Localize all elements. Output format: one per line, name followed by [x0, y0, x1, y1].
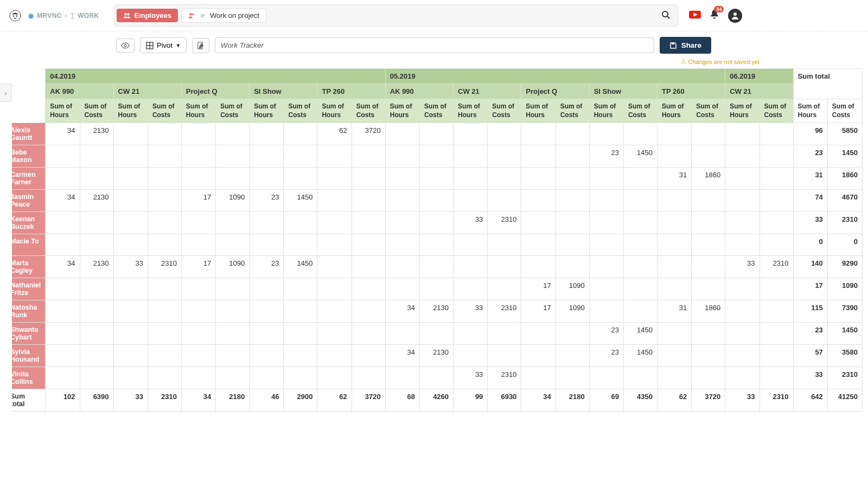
cell-costs[interactable]: [216, 367, 250, 389]
cell-hours[interactable]: [250, 367, 284, 389]
measure-header[interactable]: Sum of Costs: [760, 99, 793, 123]
cell-hours[interactable]: [113, 345, 148, 367]
cell-costs[interactable]: 2310: [488, 212, 521, 234]
cell-hours[interactable]: [317, 323, 352, 345]
cell-costs[interactable]: 2310: [148, 256, 181, 278]
visibility-toggle[interactable]: [116, 38, 135, 53]
cell-hours[interactable]: [385, 145, 419, 168]
cell-hours[interactable]: [113, 300, 148, 323]
share-button[interactable]: Share: [660, 37, 711, 54]
youtube-icon[interactable]: [689, 10, 701, 21]
cell-hours[interactable]: [521, 123, 556, 145]
cell-costs[interactable]: [352, 145, 385, 168]
cell-hours[interactable]: [657, 278, 691, 300]
cell-hours[interactable]: [317, 234, 352, 256]
cell-hours[interactable]: 17: [181, 190, 215, 212]
cell-hours[interactable]: [113, 278, 148, 300]
cell-costs[interactable]: [80, 345, 113, 367]
cell-costs[interactable]: [760, 123, 793, 145]
cell-hours[interactable]: [317, 256, 352, 278]
user-avatar[interactable]: [728, 9, 742, 23]
cell-costs[interactable]: [760, 168, 793, 190]
measure-header[interactable]: Sum of Hours: [657, 99, 691, 123]
cell-hours[interactable]: 31: [657, 300, 691, 323]
cell-costs[interactable]: [488, 145, 521, 168]
employee-header[interactable]: Macie To: [12, 234, 46, 256]
cell-costs[interactable]: [760, 323, 793, 345]
cell-costs[interactable]: [420, 256, 454, 278]
cell-hours[interactable]: [657, 323, 691, 345]
employee-header[interactable]: Carmen Farner: [12, 168, 46, 190]
cell-costs[interactable]: [692, 212, 725, 234]
cell-hours[interactable]: [521, 345, 556, 367]
cell-costs[interactable]: [352, 190, 385, 212]
cell-hours[interactable]: 17: [521, 278, 556, 300]
cell-costs[interactable]: [148, 212, 181, 234]
cell-hours[interactable]: [454, 234, 488, 256]
employee-header[interactable]: Natosha Runk: [12, 300, 46, 323]
measure-header[interactable]: Sum of Costs: [556, 99, 589, 123]
cell-costs[interactable]: 2130: [80, 123, 113, 145]
cell-costs[interactable]: [352, 300, 385, 323]
cell-hours[interactable]: [317, 278, 352, 300]
cell-hours[interactable]: [589, 168, 623, 190]
cell-hours[interactable]: [725, 123, 760, 145]
cell-costs[interactable]: [420, 123, 454, 145]
cell-hours[interactable]: 33: [454, 300, 488, 323]
cell-hours[interactable]: [317, 212, 352, 234]
cell-hours[interactable]: [521, 168, 556, 190]
cell-hours[interactable]: [317, 190, 352, 212]
measure-header[interactable]: Sum of Costs: [284, 99, 317, 123]
cell-hours[interactable]: [521, 323, 556, 345]
cell-costs[interactable]: 1450: [623, 145, 657, 168]
cell-hours[interactable]: [385, 212, 419, 234]
cell-hours[interactable]: [454, 123, 488, 145]
cell-hours[interactable]: [589, 367, 623, 389]
cell-hours[interactable]: 34: [385, 345, 419, 367]
cell-hours[interactable]: [725, 300, 760, 323]
cell-hours[interactable]: [113, 145, 148, 168]
cell-hours[interactable]: [113, 323, 148, 345]
cell-hours[interactable]: [385, 123, 419, 145]
measure-header[interactable]: Sum of Hours: [521, 99, 556, 123]
cell-costs[interactable]: [623, 367, 657, 389]
cell-costs[interactable]: 2310: [488, 367, 521, 389]
cell-costs[interactable]: 1090: [216, 256, 250, 278]
cell-hours[interactable]: [181, 367, 215, 389]
cell-costs[interactable]: [216, 123, 250, 145]
cell-costs[interactable]: [623, 123, 657, 145]
project-header[interactable]: TP 260: [317, 84, 385, 99]
pivot-dropdown[interactable]: Pivot ▼: [140, 37, 187, 53]
cell-costs[interactable]: [148, 300, 181, 323]
cell-costs[interactable]: [352, 212, 385, 234]
cell-hours[interactable]: [181, 323, 215, 345]
cell-costs[interactable]: [80, 367, 113, 389]
cell-hours[interactable]: 34: [46, 123, 80, 145]
cell-costs[interactable]: [148, 345, 181, 367]
cell-costs[interactable]: [284, 234, 317, 256]
cell-hours[interactable]: [46, 300, 80, 323]
side-panel-toggle[interactable]: ›: [0, 84, 12, 102]
cell-costs[interactable]: [216, 168, 250, 190]
cell-hours[interactable]: [589, 278, 623, 300]
cell-hours[interactable]: [385, 190, 419, 212]
cell-costs[interactable]: [488, 168, 521, 190]
cell-costs[interactable]: [623, 278, 657, 300]
cell-hours[interactable]: [317, 345, 352, 367]
cell-hours[interactable]: [250, 323, 284, 345]
month-header[interactable]: 06.2019: [725, 69, 793, 84]
cell-costs[interactable]: [284, 323, 317, 345]
cell-costs[interactable]: [216, 234, 250, 256]
cell-costs[interactable]: [216, 278, 250, 300]
cell-costs[interactable]: [284, 123, 317, 145]
cell-hours[interactable]: [521, 256, 556, 278]
cell-costs[interactable]: 1860: [692, 168, 725, 190]
cell-costs[interactable]: [216, 212, 250, 234]
cell-hours[interactable]: [46, 212, 80, 234]
cell-hours[interactable]: 23: [250, 190, 284, 212]
cell-hours[interactable]: [113, 168, 148, 190]
cell-hours[interactable]: [46, 234, 80, 256]
cell-hours[interactable]: [454, 190, 488, 212]
cell-costs[interactable]: [80, 300, 113, 323]
cell-costs[interactable]: [692, 145, 725, 168]
